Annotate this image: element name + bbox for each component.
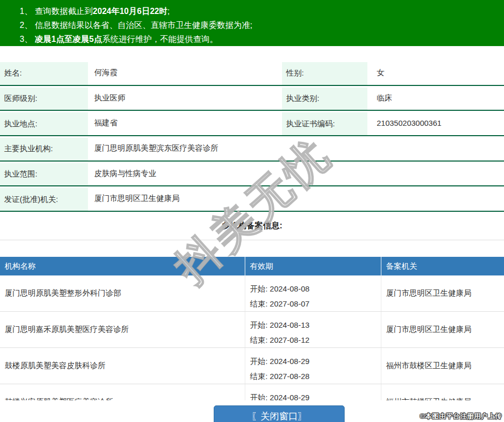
start-date: 2024-08-29 <box>270 357 309 366</box>
end-date: 2027-08-12 <box>270 336 309 344</box>
info-field-value: 210350203000361 <box>367 111 504 135</box>
notice-bold-text: 2024年10月6日22时 <box>93 7 167 16</box>
authority-cell: 福州市鼓楼区卫生健康局 <box>381 348 504 384</box>
reg-table-row: 厦门思明嘉禾原肌美塑医疗美容诊所开始: 2024-08-13结束: 2027-0… <box>0 312 504 348</box>
validity-cell: 开始: 2024-08-08结束: 2027-08-07 <box>245 275 381 311</box>
end-label: 结束: <box>250 336 270 344</box>
info-field-label: 执业类别: <box>282 86 367 110</box>
info-field-value: 厦门思明原肌美塑滨东医疗美容诊所 <box>88 136 504 161</box>
info-field-value: 福建省 <box>88 111 282 135</box>
info-field-label: 性别: <box>282 61 367 85</box>
notice-text: ; <box>167 7 169 16</box>
end-date: 2027-08-07 <box>270 299 309 308</box>
info-table-row: 执业范围:皮肤病与性病专业 <box>0 162 504 187</box>
notice-banner: 1、 查询数据截止到2024年10月6日22时;2、 信息数据结果以各省、自治区… <box>0 0 504 46</box>
reg-column-header: 机构名称 <box>0 257 245 275</box>
notice-line: 2、 信息数据结果以各省、自治区、直辖市卫生健康委数据为准; <box>20 18 499 32</box>
validity-cell: 开始: 2024-08-29结束: 2027-08-28 <box>245 348 381 384</box>
validity-end-line: 结束: 2027-08-12 <box>250 332 381 347</box>
info-field-label: 姓名: <box>0 61 88 85</box>
info-field-value: 女 <box>367 61 504 85</box>
query-result-page: 1、 查询数据截止到2024年10月6日22时;2、 信息数据结果以各省、自治区… <box>0 0 504 422</box>
notice-text: 3、 <box>20 35 35 43</box>
info-field-value: 执业医师 <box>88 86 282 110</box>
start-label: 开始: <box>250 321 270 329</box>
reg-column-header: 备案机关 <box>381 257 504 275</box>
reg-table-header-row: 机构名称有效期备案机关 <box>0 257 504 275</box>
info-table-row: 发证(批准)机关:厦门市思明区卫生健康局 <box>0 186 504 212</box>
notice-list: 1、 查询数据截止到2024年10月6日22时;2、 信息数据结果以各省、自治区… <box>20 4 499 46</box>
registration-table: 机构名称有效期备案机关 厦门思明原肌美塑整形外科门诊部开始: 2024-08-0… <box>0 257 504 400</box>
reg-column-header: 有效期 <box>245 257 381 275</box>
info-field-label: 执业证书编码: <box>282 111 367 135</box>
info-table-row: 姓名:何海霞性别:女 <box>0 61 504 86</box>
start-date: 2024-08-29 <box>270 393 309 400</box>
info-field-label: 主要执业机构: <box>0 136 88 161</box>
start-date: 2024-08-13 <box>270 321 309 329</box>
info-field-value: 厦门市思明区卫生健康局 <box>88 186 504 211</box>
info-field-label: 执业范围: <box>0 162 88 186</box>
authority-cell: 厦门市思明区卫生健康局 <box>381 275 504 311</box>
validity-end-line: 结束: 2027-08-07 <box>250 296 381 311</box>
info-table-row: 医师级别:执业医师执业类别:临床 <box>0 86 504 111</box>
multi-institution-section-title: 多机构备案信息: <box>0 212 504 240</box>
practitioner-info-table: 姓名:何海霞性别:女医师级别:执业医师执业类别:临床执业地点:福建省执业证书编码… <box>0 61 504 212</box>
copyright-watermark-text: ©本图由平台注册用户上传 <box>420 412 502 421</box>
info-field-label: 执业地点: <box>0 111 88 135</box>
start-date: 2024-08-08 <box>270 284 309 293</box>
reg-table-body: 厦门思明原肌美塑整形外科门诊部开始: 2024-08-08结束: 2027-08… <box>0 275 504 400</box>
info-field-label: 医师级别: <box>0 86 88 110</box>
info-table-row: 主要执业机构:厦门思明原肌美塑滨东医疗美容诊所 <box>0 136 504 162</box>
notice-bold-text: 凌晨1点至凌晨5点 <box>35 35 102 43</box>
reg-table-row: 鼓楼兴安原肌美塑医疗美容诊所开始: 2024-08-29福州市鼓楼区卫生健康局 <box>0 384 504 400</box>
reg-table-row: 鼓楼原肌美塑美容皮肤科诊所开始: 2024-08-29结束: 2027-08-2… <box>0 348 504 384</box>
info-table-row: 执业地点:福建省执业证书编码:210350203000361 <box>0 111 504 136</box>
institution-name-cell: 厦门思明嘉禾原肌美塑医疗美容诊所 <box>0 312 245 347</box>
institution-name-cell: 厦门思明原肌美塑整形外科门诊部 <box>0 275 245 311</box>
end-label: 结束: <box>250 372 270 381</box>
authority-cell: 厦门市思明区卫生健康局 <box>381 312 504 347</box>
validity-start-line: 开始: 2024-08-13 <box>250 317 381 332</box>
validity-start-line: 开始: 2024-08-08 <box>250 281 381 296</box>
authority-cell: 福州市鼓楼区卫生健康局 <box>381 384 504 400</box>
validity-start-line: 开始: 2024-08-29 <box>250 354 381 369</box>
info-field-value: 临床 <box>367 86 504 110</box>
notice-text: 1、 查询数据截止到 <box>20 7 93 16</box>
start-label: 开始: <box>250 357 270 366</box>
info-field-label: 发证(批准)机关: <box>0 186 88 211</box>
validity-cell: 开始: 2024-08-29 <box>245 384 381 400</box>
reg-table-row: 厦门思明原肌美塑整形外科门诊部开始: 2024-08-08结束: 2027-08… <box>0 275 504 312</box>
start-label: 开始: <box>250 393 270 400</box>
info-field-value: 何海霞 <box>88 61 282 85</box>
validity-cell: 开始: 2024-08-13结束: 2027-08-12 <box>245 312 381 347</box>
notice-line: 3、 凌晨1点至凌晨5点系统进行维护，不能提供查询。 <box>20 32 499 46</box>
info-field-value: 皮肤病与性病专业 <box>88 162 504 186</box>
validity-end-line: 结束: 2027-08-28 <box>250 369 381 384</box>
start-label: 开始: <box>250 284 270 293</box>
end-label: 结束: <box>250 299 270 308</box>
close-window-button[interactable]: 〖关闭窗口〗 <box>214 405 345 422</box>
notice-text: 系统进行维护，不能提供查询。 <box>102 35 218 43</box>
notice-line: 1、 查询数据截止到2024年10月6日22时; <box>20 4 499 18</box>
end-date: 2027-08-28 <box>270 372 309 381</box>
validity-start-line: 开始: 2024-08-29 <box>250 390 381 400</box>
notice-text: 2、 信息数据结果以各省、自治区、直辖市卫生健康委数据为准; <box>20 21 253 30</box>
institution-name-cell: 鼓楼兴安原肌美塑医疗美容诊所 <box>0 384 245 400</box>
institution-name-cell: 鼓楼原肌美塑美容皮肤科诊所 <box>0 348 245 384</box>
